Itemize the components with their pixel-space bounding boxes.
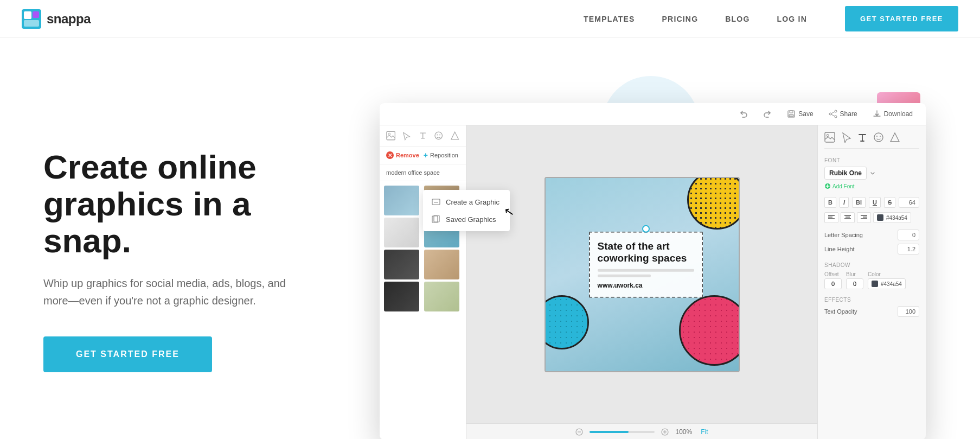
svg-point-11 xyxy=(835,110,837,112)
editor-body: ✕ Remove + Reposition xyxy=(380,125,926,439)
align-left-button[interactable] xyxy=(824,212,838,223)
effects-label: Effects xyxy=(824,297,919,303)
svg-point-18 xyxy=(435,132,443,139)
dropdown-saved-graphics[interactable]: Saved Graphics xyxy=(423,211,510,228)
graphic-image[interactable]: State of the art coworking spaces www.uw… xyxy=(545,177,740,372)
header-cta-button[interactable]: GET STARTED FREE xyxy=(845,6,958,31)
left-panel: ✕ Remove + Reposition xyxy=(380,125,466,439)
hero-subtitle: Whip up graphics for social media, ads, … xyxy=(43,275,293,309)
panel-font-row: Rubik One xyxy=(824,167,919,180)
text-opacity-field[interactable]: 100 xyxy=(898,306,919,317)
italic-button[interactable]: I xyxy=(840,197,849,208)
svg-rect-6 xyxy=(432,216,438,222)
letter-spacing-field[interactable]: 0 xyxy=(898,230,919,240)
shape-tool-icon[interactable] xyxy=(450,131,459,141)
emoji-tool-icon[interactable] xyxy=(434,131,443,141)
shadow-offset-input[interactable] xyxy=(824,278,842,289)
image-tool-icon[interactable] xyxy=(386,131,395,141)
nav-login[interactable]: LOG IN xyxy=(777,15,807,23)
zoom-slider[interactable] xyxy=(590,431,655,433)
save-button[interactable]: Save xyxy=(783,107,817,120)
panel-text-icon[interactable] xyxy=(857,132,868,143)
shadow-blur-input[interactable] xyxy=(846,278,863,289)
line-height-row: Line Height 1.2 xyxy=(824,244,919,255)
saved-graphics-label: Saved Graphics xyxy=(446,215,496,224)
image-thumb[interactable] xyxy=(384,282,419,311)
navigation: TEMPLATES PRICING BLOG LOG IN GET STARTE… xyxy=(584,6,958,31)
undo-button[interactable] xyxy=(735,107,752,120)
nav-blog[interactable]: BLOG xyxy=(725,15,750,23)
zoom-in-icon[interactable] xyxy=(661,428,669,436)
logo-icon xyxy=(22,9,41,29)
dropdown-menu: Create a Graphic Saved Graphics xyxy=(423,190,510,231)
selection-handle[interactable] xyxy=(642,225,650,232)
hero-cta-button[interactable]: GET STARTED FREE xyxy=(43,336,212,372)
nav-pricing[interactable]: PRICING xyxy=(662,15,699,23)
align-center-icon xyxy=(844,214,851,220)
nav-templates[interactable]: TEMPLATES xyxy=(584,15,635,23)
underline-button[interactable]: U xyxy=(869,197,881,208)
strikethrough-button[interactable]: S xyxy=(884,197,895,208)
download-button[interactable]: Download xyxy=(868,107,917,120)
logo[interactable]: snappa xyxy=(22,9,91,29)
zoom-bar: 100% Fit xyxy=(466,423,817,439)
image-thumb[interactable] xyxy=(424,250,459,279)
bold-button[interactable]: B xyxy=(824,197,836,208)
remove-label: Remove xyxy=(396,152,419,158)
shadow-color-swatch[interactable]: #434a54 xyxy=(868,278,906,289)
left-panel-toolbar xyxy=(380,125,466,147)
hero-title: Create online graphics in a snap. xyxy=(43,149,325,260)
dropdown-create-graphic[interactable]: Create a Graphic xyxy=(423,193,510,211)
zoom-out-icon[interactable] xyxy=(575,428,583,436)
bold-italic-button[interactable]: BI xyxy=(852,197,866,208)
panel-shape-icon[interactable] xyxy=(889,132,900,143)
graphic-line-1 xyxy=(598,269,694,272)
zoom-fit[interactable]: Fit xyxy=(701,428,708,436)
editor-toolbar: Save Share xyxy=(380,103,926,125)
align-center-button[interactable] xyxy=(841,212,855,223)
svg-point-13 xyxy=(835,116,837,118)
graphic-canvas[interactable]: State of the art coworking spaces www.uw… xyxy=(466,125,817,423)
panel-align-row: #434a54 xyxy=(824,212,919,223)
remove-icon: ✕ xyxy=(386,151,394,159)
svg-rect-3 xyxy=(24,20,39,27)
hero-section: Create online graphics in a snap. Whip u… xyxy=(0,38,980,439)
add-font-button[interactable]: Add Font xyxy=(824,183,855,189)
reposition-button[interactable]: + Reposition xyxy=(424,151,458,160)
align-left-icon xyxy=(828,214,835,220)
font-name[interactable]: Rubik One xyxy=(824,167,867,180)
cursor-tool-icon[interactable] xyxy=(402,131,411,141)
share-label: Share xyxy=(840,110,857,118)
font-size-field[interactable]: 64 xyxy=(899,197,919,208)
image-thumb[interactable] xyxy=(424,282,459,311)
image-search-input[interactable] xyxy=(386,169,461,176)
text-opacity-row: Text Opacity 100 xyxy=(824,306,919,317)
svg-rect-16 xyxy=(387,131,395,139)
color-swatch[interactable]: #434a54 xyxy=(873,212,911,223)
text-tool-icon[interactable] xyxy=(418,131,427,141)
zoom-value: 100% xyxy=(675,428,692,436)
align-right-button[interactable] xyxy=(857,212,871,223)
line-height-field[interactable]: 1.2 xyxy=(898,244,919,255)
shadow-color-value: #434a54 xyxy=(881,281,902,287)
redo-button[interactable] xyxy=(759,107,776,120)
graphic-line-2 xyxy=(598,275,651,277)
shadow-offset-col: Offset xyxy=(824,271,842,289)
line-height-label: Line Height xyxy=(824,246,855,252)
svg-point-29 xyxy=(827,135,829,137)
remove-button[interactable]: ✕ Remove xyxy=(386,151,419,159)
font-dropdown-chevron[interactable] xyxy=(870,170,875,176)
graphic-text-box[interactable]: State of the art coworking spaces www.uw… xyxy=(589,231,703,298)
share-button[interactable]: Share xyxy=(824,107,862,120)
image-thumb[interactable] xyxy=(384,250,419,279)
svg-point-19 xyxy=(437,135,438,136)
reposition-label: Reposition xyxy=(430,152,458,158)
download-label: Download xyxy=(884,110,913,118)
panel-emoji-icon[interactable] xyxy=(873,132,884,143)
redo-icon xyxy=(763,110,772,118)
image-thumb[interactable] xyxy=(384,218,419,247)
panel-cursor-icon[interactable] xyxy=(841,132,851,143)
image-thumb[interactable] xyxy=(384,186,419,215)
editor-window: Save Share xyxy=(380,103,926,439)
panel-image-icon[interactable] xyxy=(824,132,835,143)
